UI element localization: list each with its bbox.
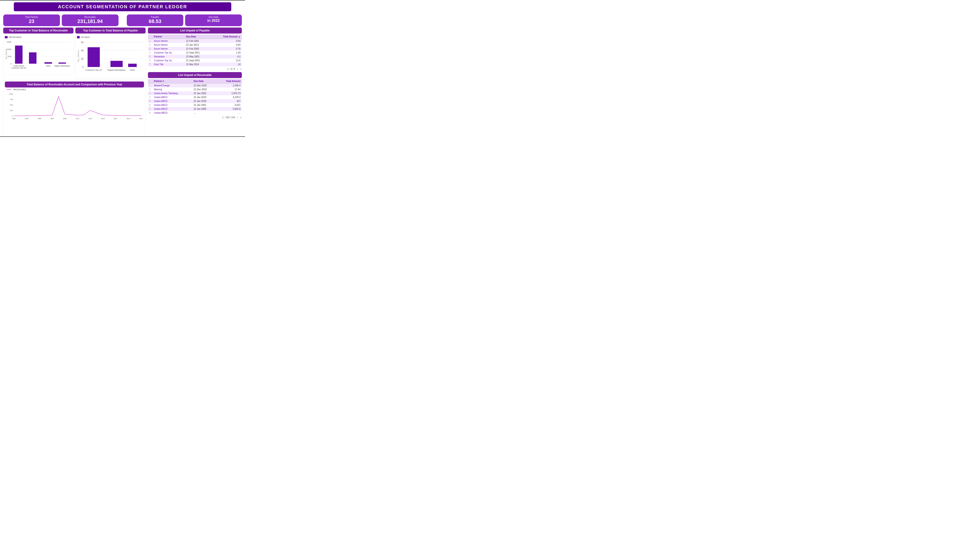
svg-text:2017: 2017 xyxy=(114,118,117,119)
row-partner: Warung xyxy=(153,87,192,91)
svg-text:2021: 2021 xyxy=(139,118,143,119)
svg-text:abs_balance: abs_balance xyxy=(5,49,7,59)
stat-value-payable: 68.53 xyxy=(130,18,180,24)
svg-text:2015: 2015 xyxy=(101,118,105,119)
stat-due-date: Due Date in 2022 xyxy=(185,14,242,26)
table-row: 3. Usaha Aneka Tambang 22 Jan 2002 1,870… xyxy=(148,91,242,95)
row-num: 3. xyxy=(148,91,153,95)
stat-receivable: Receivable 231,181.94 xyxy=(62,14,119,26)
row-due-date: 22 Jan 2002 xyxy=(192,91,216,95)
stat-cards-row: Total Partner 23 Receivable 231,181.94 P… xyxy=(0,13,245,27)
unpaid-receivable-prev-btn[interactable]: ‹ xyxy=(237,116,239,119)
unpaid-payable-pagination: 1 - 8 / 8 ‹ › xyxy=(148,67,242,71)
col-due-date-r[interactable]: Due Date xyxy=(192,79,216,84)
table-row: 1. Azure Interior 21 Feb 2001 0.04 xyxy=(148,39,242,43)
svg-text:50K: 50K xyxy=(10,104,13,106)
unpaid-payable-table-wrapper: Partner Due Date Total Amount ▲ 1. Azure… xyxy=(148,35,242,71)
stat-label-due-date: Due Date xyxy=(188,16,239,18)
payable-chart-section: Top Customer in Total Balance of Payable… xyxy=(75,27,146,78)
row-amount: 427 xyxy=(216,99,242,103)
unpaid-receivable-pagination: 1 - 100 / 234 ‹ › xyxy=(148,116,242,119)
top-charts-row: Top Customer in Total Balance of Receiva… xyxy=(3,27,146,78)
unpaid-receivable-table-wrapper: Partner ▾ Due Date Total Amount 1. Waste… xyxy=(148,79,242,119)
table-row: 5. Nananana 22 May 2002 4.2 xyxy=(148,55,242,59)
col-due-date[interactable]: Due Date xyxy=(185,35,210,39)
payable-banner: Top Customer in Total Balance of Payable xyxy=(75,27,146,33)
row-num: 5. xyxy=(148,55,153,59)
right-panel: List Unpaid of Payable Partner Due Date … xyxy=(148,27,242,135)
row-partner: Usaha ABCD xyxy=(153,103,192,107)
unpaid-payable-thead: Partner Due Date Total Amount ▲ xyxy=(148,35,242,39)
svg-text:2013: 2013 xyxy=(88,118,92,119)
line-chart-section: Total Balance of Receivable Account and … xyxy=(3,80,146,136)
svg-text:0: 0 xyxy=(12,115,13,117)
table-row: 4. Customer Top Up 21 Sept 2011 1.29 xyxy=(148,51,242,55)
row-amount: ... xyxy=(216,111,242,115)
row-num: 5. xyxy=(148,99,153,103)
svg-text:0: 0 xyxy=(10,63,11,65)
svg-text:Usaha ABCD: Usaha ABCD xyxy=(13,65,24,67)
svg-text:Other: Other xyxy=(130,69,135,71)
unpaid-receivable-tbody: 1. Waste4Change 21 Dec 2020 2,290.4 2. W… xyxy=(148,84,242,115)
table-row: 8. Usaha ABCD ... ... xyxy=(148,111,242,115)
svg-text:Customer Top UP: Customer Top UP xyxy=(11,67,26,69)
svg-rect-27 xyxy=(128,64,137,67)
row-due-date: 22 Jan 2013 xyxy=(185,43,210,47)
unpaid-receivable-table: Partner ▾ Due Date Total Amount 1. Waste… xyxy=(148,79,242,115)
table-row: 7. Usaha ABCD 22 Jan 2005 5,602.8 xyxy=(148,107,242,111)
row-due-date: 22 Jan 2018 xyxy=(192,99,216,103)
col-partner-r[interactable]: Partner ▾ xyxy=(153,79,192,84)
row-amount: 4,278.4 xyxy=(216,95,242,99)
col-total-amount-r[interactable]: Total Amount xyxy=(216,79,242,84)
unpaid-payable-next-btn[interactable]: › xyxy=(240,67,242,71)
unpaid-payable-prev-btn[interactable]: ‹ xyxy=(237,67,239,71)
row-amount: 17.44 xyxy=(216,87,242,91)
receivable-legend: RECEIVABLE xyxy=(5,36,72,38)
stat-label-payable: Payable xyxy=(130,16,180,18)
unpaid-receivable-banner: List Unpaid of Receivable xyxy=(148,72,242,78)
line-banner: Total Balance of Receivable Account and … xyxy=(5,81,144,87)
row-num: 2. xyxy=(148,87,153,91)
stat-label-receivable: Receivable xyxy=(65,16,115,18)
svg-text:25K: 25K xyxy=(10,110,13,111)
row-due-date: 21 Feb 2003 xyxy=(185,47,210,51)
unpaid-payable-page-info: 1 - 8 / 8 xyxy=(228,68,235,70)
row-amount: 0.76 xyxy=(210,47,242,51)
col-num-r xyxy=(148,79,153,84)
svg-text:40: 40 xyxy=(81,49,84,52)
unpaid-payable-section: List Unpaid of Payable Partner Due Date … xyxy=(148,27,242,71)
svg-text:abs_balance: abs_balance xyxy=(77,50,80,62)
svg-rect-8 xyxy=(15,46,22,64)
receivable-banner: Top Customer in Total Balance of Receiva… xyxy=(3,27,73,33)
svg-text:Digital Marketplace: Digital Marketplace xyxy=(108,69,126,71)
col-total-amount[interactable]: Total Amount ▲ xyxy=(210,35,242,39)
line-legend: RECEIVABLE xyxy=(7,88,144,91)
unpaid-receivable-section: List Unpaid of Receivable Partner ▾ Due … xyxy=(148,72,242,119)
svg-text:Customer Top UP: Customer Top UP xyxy=(85,69,102,71)
row-amount: 1.29 xyxy=(210,51,242,55)
row-partner: Usaha ABCD xyxy=(153,107,192,111)
row-num: 4. xyxy=(148,95,153,99)
unpaid-receivable-next-btn[interactable]: › xyxy=(240,116,242,119)
svg-text:50K: 50K xyxy=(8,56,12,58)
header-banner: ACCOUNT SEGMENTATION OF PARTNER LEDGER xyxy=(14,2,231,11)
row-partner: Usaha ABCD xyxy=(153,111,192,115)
svg-rect-26 xyxy=(110,61,123,67)
svg-text:20: 20 xyxy=(81,57,84,60)
line-chart-svg: 100K 75K 50K 25K 0 2001 xyxy=(5,92,144,121)
receivable-legend-rect xyxy=(5,36,8,38)
receivable-legend-label: RECEIVABLE xyxy=(9,36,22,38)
row-amount: 4.2 xyxy=(210,55,242,59)
payable-legend: PAYABLE xyxy=(77,36,144,38)
unpaid-payable-table: Partner Due Date Total Amount ▲ 1. Azure… xyxy=(148,35,242,66)
row-partner: Azure Interior xyxy=(153,43,185,47)
svg-text:Other: Other xyxy=(46,65,51,67)
svg-rect-25 xyxy=(88,47,100,67)
row-num: 6. xyxy=(148,59,153,62)
unpaid-receivable-page-info: 1 - 100 / 234 xyxy=(222,116,235,119)
col-partner[interactable]: Partner xyxy=(153,35,185,39)
unpaid-receivable-thead: Partner ▾ Due Date Total Amount xyxy=(148,79,242,84)
row-num: 6. xyxy=(148,103,153,107)
svg-text:2001: 2001 xyxy=(12,118,16,119)
page-title: ACCOUNT SEGMENTATION OF PARTNER LEDGER xyxy=(58,4,187,9)
